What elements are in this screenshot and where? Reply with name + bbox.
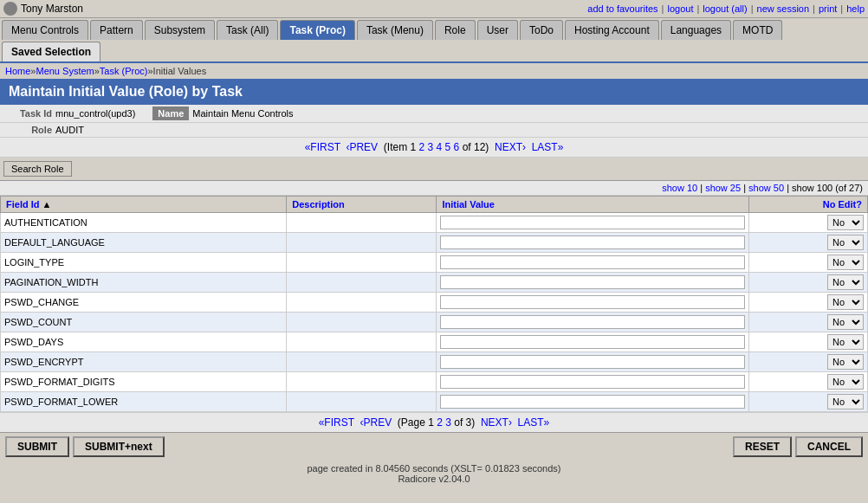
no-edit-select[interactable]: NoYes xyxy=(827,294,864,310)
field-id-sort[interactable]: Field Id xyxy=(6,199,40,210)
initial-value-cell[interactable] xyxy=(437,332,748,352)
no-edit-select[interactable]: NoYes xyxy=(827,374,864,390)
logout-link[interactable]: logout xyxy=(667,3,693,14)
description-cell xyxy=(287,233,437,253)
initial-value-cell[interactable] xyxy=(437,352,748,372)
bottom-page-link-2[interactable]: 2 xyxy=(437,416,443,429)
initial-value-cell[interactable] xyxy=(437,273,748,293)
no-edit-cell[interactable]: NoYes xyxy=(748,372,867,392)
reset-button[interactable]: RESET xyxy=(733,436,792,457)
tab-hosting-account[interactable]: Hosting Account xyxy=(565,20,659,40)
bottom-first-link[interactable]: «FIRST xyxy=(319,416,354,429)
table-row: DEFAULT_LANGUAGENoYes xyxy=(1,233,868,253)
tab-role[interactable]: Role xyxy=(435,20,476,40)
tab-user[interactable]: User xyxy=(477,20,518,40)
initial-value-cell[interactable] xyxy=(437,372,748,392)
initial-value-input[interactable] xyxy=(440,355,744,369)
no-edit-cell[interactable]: NoYes xyxy=(748,313,867,332)
tab-task-all[interactable]: Task (All) xyxy=(217,20,278,40)
tab-task-menu[interactable]: Task (Menu) xyxy=(357,20,433,40)
no-edit-select[interactable]: NoYes xyxy=(827,255,864,270)
page-title: Maintain Initial Value (Role) by Task xyxy=(0,79,868,105)
no-edit-cell[interactable]: NoYes xyxy=(748,213,867,233)
new-session-link[interactable]: new session xyxy=(757,3,810,14)
initial-value-sort[interactable]: Initial Value xyxy=(442,199,495,210)
breadcrumb-menu-system[interactable]: Menu System xyxy=(36,66,94,76)
logout-all-link[interactable]: logout (all) xyxy=(703,3,747,14)
initial-value-cell[interactable] xyxy=(437,293,748,313)
tab-menu-controls[interactable]: Menu Controls xyxy=(2,20,88,40)
initial-value-cell[interactable] xyxy=(437,233,748,253)
description-sort[interactable]: Description xyxy=(292,199,345,210)
col-field-id: Field Id ▲ xyxy=(1,197,287,213)
no-edit-cell[interactable]: NoYes xyxy=(748,233,867,253)
search-role-button[interactable]: Search Role xyxy=(3,161,72,177)
user-info: Tony Marston xyxy=(3,2,83,16)
tab-languages[interactable]: Languages xyxy=(661,20,731,40)
tab-motd[interactable]: MOTD xyxy=(733,20,782,40)
tab-pattern[interactable]: Pattern xyxy=(90,20,143,40)
no-edit-cell[interactable]: NoYes xyxy=(748,253,867,273)
no-edit-select[interactable]: NoYes xyxy=(827,314,864,330)
show-10-link[interactable]: show 10 xyxy=(662,183,697,193)
initial-value-input[interactable] xyxy=(440,335,744,349)
tab-subsystem[interactable]: Subsystem xyxy=(145,20,215,40)
no-edit-select[interactable]: NoYes xyxy=(827,274,864,290)
initial-value-input[interactable] xyxy=(440,295,744,309)
initial-value-input[interactable] xyxy=(440,216,744,229)
page-link-3[interactable]: 4 xyxy=(437,141,443,153)
initial-value-input[interactable] xyxy=(440,275,744,289)
last-link[interactable]: LAST» xyxy=(532,141,564,153)
no-edit-select[interactable]: NoYes xyxy=(827,334,864,350)
initial-value-cell[interactable] xyxy=(437,392,748,412)
initial-value-input[interactable] xyxy=(440,235,744,249)
role-row: Role AUDIT xyxy=(0,123,868,138)
first-link[interactable]: «FIRST xyxy=(305,141,340,153)
cancel-button[interactable]: CANCEL xyxy=(795,436,863,457)
no-edit-cell[interactable]: NoYes xyxy=(748,273,867,293)
field-id-cell: PAGINATION_WIDTH xyxy=(1,273,287,293)
no-edit-cell[interactable]: NoYes xyxy=(748,352,867,372)
page-link-4[interactable]: 5 xyxy=(445,141,451,153)
submit-button[interactable]: SUBMIT xyxy=(5,436,69,457)
prev-link[interactable]: ‹PREV xyxy=(346,141,378,153)
no-edit-cell[interactable]: NoYes xyxy=(748,392,867,412)
initial-value-input[interactable] xyxy=(440,395,744,409)
page-link-5[interactable]: 6 xyxy=(454,141,460,153)
add-to-favourites-link[interactable]: add to favourites xyxy=(587,3,657,14)
bottom-last-link[interactable]: LAST» xyxy=(518,416,550,429)
table-row: PSWD_COUNTNoYes xyxy=(1,313,868,332)
initial-value-input[interactable] xyxy=(440,315,744,329)
initial-value-cell[interactable] xyxy=(437,313,748,332)
initial-value-cell[interactable] xyxy=(437,213,748,233)
page-link-2[interactable]: 3 xyxy=(428,141,434,153)
no-edit-cell[interactable]: NoYes xyxy=(748,332,867,352)
show-25-link[interactable]: show 25 xyxy=(705,183,741,193)
page-link-1[interactable]: 2 xyxy=(418,141,424,153)
show-50-link[interactable]: show 50 xyxy=(748,183,784,193)
no-edit-cell[interactable]: NoYes xyxy=(748,293,867,313)
field-id-cell: PSWD_DAYS xyxy=(1,332,287,352)
no-edit-select[interactable]: NoYes xyxy=(827,215,864,230)
initial-value-input[interactable] xyxy=(440,255,744,269)
breadcrumb-home[interactable]: Home xyxy=(5,66,30,76)
bottom-page-link-3[interactable]: 3 xyxy=(445,416,451,429)
next-link[interactable]: NEXT› xyxy=(495,141,526,153)
no-edit-select[interactable]: NoYes xyxy=(827,394,864,409)
print-link[interactable]: print xyxy=(819,3,837,14)
initial-value-cell[interactable] xyxy=(437,253,748,273)
tab-saved-selection[interactable]: Saved Selection xyxy=(2,42,100,61)
initial-value-input[interactable] xyxy=(440,375,744,389)
no-edit-sort[interactable]: No Edit? xyxy=(823,199,862,210)
bottom-prev-link[interactable]: ‹PREV xyxy=(360,416,392,429)
field-id-cell: AUTHENTICATION xyxy=(1,213,287,233)
tab-todo[interactable]: ToDo xyxy=(520,20,563,40)
submit-next-button[interactable]: SUBMIT+next xyxy=(73,436,165,457)
breadcrumb-task-proc[interactable]: Task (Proc) xyxy=(100,66,148,76)
no-edit-select[interactable]: NoYes xyxy=(827,354,864,370)
field-id-cell: DEFAULT_LANGUAGE xyxy=(1,233,287,253)
bottom-next-link[interactable]: NEXT› xyxy=(481,416,512,429)
help-link[interactable]: help xyxy=(846,3,865,14)
tab-task-proc[interactable]: Task (Proc) xyxy=(280,20,354,40)
no-edit-select[interactable]: NoYes xyxy=(827,235,864,250)
